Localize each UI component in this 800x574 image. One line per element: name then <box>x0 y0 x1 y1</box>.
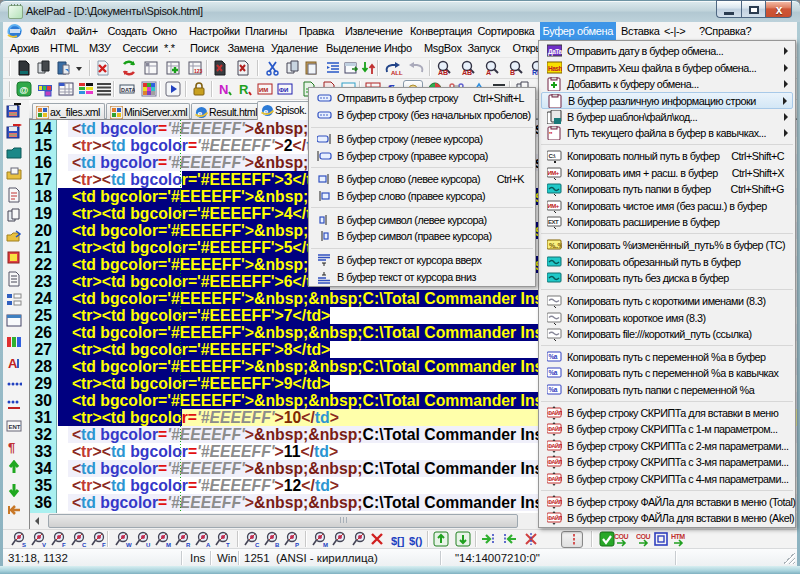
svg-text:ФАЙЛ: ФАЙЛ <box>548 425 563 432</box>
svg-text:HTM: HTM <box>671 533 685 540</box>
svg-text:ФАЙЛ: ФАЙЛ <box>548 441 563 448</box>
svg-text:В: В <box>510 69 515 76</box>
svg-text:@: @ <box>20 85 29 95</box>
svg-text:%a: %a <box>549 386 558 393</box>
svg-text:ФАЙЛ: ФАЙЛ <box>548 408 563 415</box>
svg-text:ИМ+: ИМ+ <box>548 203 560 209</box>
svg-text:%a: %a <box>549 369 558 376</box>
svg-text:ИМ: ИМ <box>259 87 268 93</box>
svg-text:¶: ¶ <box>8 440 15 455</box>
svg-text:COU: COU <box>614 533 629 540</box>
svg-text:ФИ: ФИ <box>279 87 288 93</box>
svg-text:ДаТа: ДаТа <box>548 48 562 56</box>
svg-text:А: А <box>486 69 491 76</box>
svg-text:ФАЙЛ: ФАЙЛ <box>548 514 563 521</box>
svg-text:ФАЙЛ: ФАЙЛ <box>548 497 563 504</box>
svg-text:Hash: Hash <box>548 64 562 71</box>
svg-text:DATA: DATA <box>121 87 135 93</box>
svg-text:A: A <box>8 356 18 371</box>
svg-text:АВ: АВ <box>438 69 448 76</box>
svg-text:%..%: %..% <box>549 242 562 249</box>
svg-text:EXT: EXT <box>548 219 559 225</box>
svg-text:C:\: C:\ <box>549 153 556 159</box>
svg-text:123: 123 <box>194 68 203 74</box>
svg-text:R: R <box>239 82 249 97</box>
svg-text:ФАЙЛ: ФАЙЛ <box>548 474 563 481</box>
svg-text:ALL: ALL <box>391 70 403 76</box>
svg-text:N: N <box>219 82 228 97</box>
svg-text:ИМ+: ИМ+ <box>548 170 560 176</box>
svg-text:%a: %a <box>549 353 558 360</box>
svg-text:COU: COU <box>636 533 651 540</box>
svg-text:ENT: ENT <box>9 424 21 430</box>
svg-text:ФАЙЛ: ФАЙЛ <box>548 458 563 465</box>
svg-text:АВ: АВ <box>462 69 472 76</box>
